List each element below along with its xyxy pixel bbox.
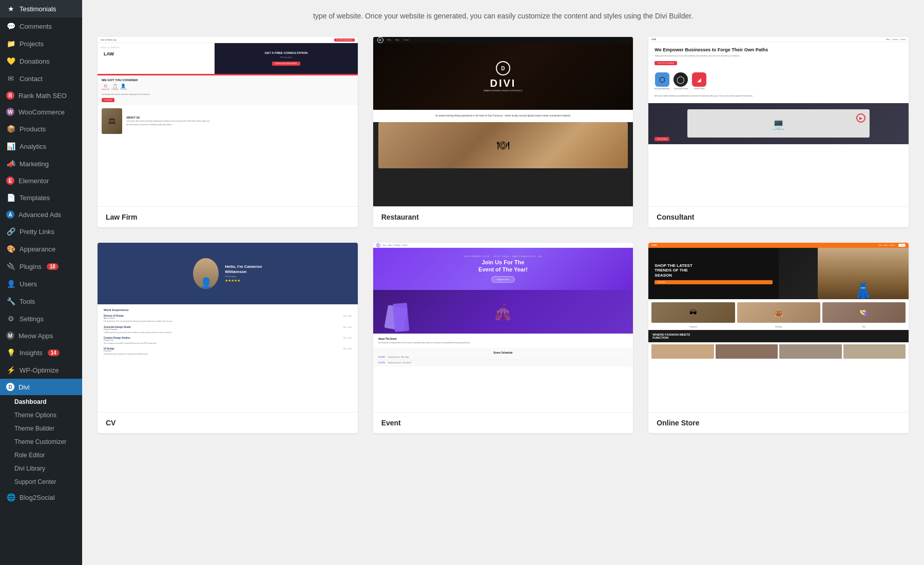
event-image: 🎪 [373, 290, 633, 334]
sidebar-item-settings[interactable]: ⚙ Settings [0, 310, 82, 327]
sidebar-item-plugins[interactable]: 🔌 Plugins 18 [0, 258, 82, 275]
sidebar-item-tools[interactable]: 🔧 Tools [0, 293, 82, 310]
template-label-consultant: Consultant [648, 206, 909, 227]
sidebar-item-blog2social[interactable]: 🌐 Blog2Social [0, 489, 82, 506]
restaurant-nav: D Menu About Contact [373, 37, 633, 43]
submenu-item-theme-builder[interactable]: Theme Builder [0, 422, 82, 435]
sidebar-item-marketing[interactable]: 📣 Marketing [0, 155, 82, 172]
sidebar-label: Settings [20, 315, 44, 323]
advanced-ads-icon: A [6, 210, 14, 219]
sidebar-item-contact[interactable]: ✉ Contact [0, 70, 82, 87]
blog2social-icon: 🌐 [6, 493, 15, 502]
template-card-cv[interactable]: 👤 Hello, I'm CameronWilliamson UX Design… [98, 243, 358, 433]
sidebar-item-elementor[interactable]: E Elementor [0, 172, 82, 189]
event-about: About The Event Join thousands of indust… [373, 334, 633, 348]
sidebar-item-appearance[interactable]: 🎨 Appearance [0, 240, 82, 258]
analytics-icon: 📊 [6, 142, 15, 151]
law-middle: WE GOT YOU COVERED ⚖ Family Law 📋 Corpor… [98, 75, 358, 105]
law-nav: Doe & Smith Law Get a Free Consultation [98, 37, 358, 43]
comments-icon: 💬 [6, 22, 15, 31]
template-card-consultant[interactable]: LOGO About Services Contact We Empower B… [648, 37, 909, 227]
submenu-item-role-editor[interactable]: Role Editor [0, 449, 82, 462]
sidebar-label: Templates [20, 194, 50, 202]
template-card-law-firm[interactable]: Doe & Smith Law Get a Free Consultation … [98, 37, 358, 227]
sidebar-item-products[interactable]: 📦 Products [0, 120, 82, 138]
sidebar-item-insights[interactable]: 💡 Insights 14 [0, 344, 82, 361]
sidebar-item-woocommerce[interactable]: W WooCommerce [0, 104, 82, 120]
sidebar-label: Tools [20, 298, 35, 305]
store-nav: STORE Shop About Contact Cart [648, 243, 909, 248]
divi-submenu: Dashboard Theme Options Theme Builder Th… [0, 395, 82, 489]
sidebar-item-divi[interactable]: D Divi [0, 379, 82, 395]
users-icon: 👤 [6, 279, 15, 288]
submenu-item-theme-options[interactable]: Theme Options [0, 408, 82, 422]
settings-icon: ⚙ [6, 314, 15, 323]
cv-exp-3: Creative Design Studios 2010 - 2014 Desi… [104, 337, 352, 344]
sidebar-item-analytics[interactable]: 📊 Analytics [0, 138, 82, 155]
template-label-law-firm: Law Firm [98, 206, 358, 227]
sidebar-label: Insights [20, 349, 43, 357]
wp-optimize-icon: ⚡ [6, 365, 15, 375]
sidebar-label: Contact [20, 75, 43, 83]
sidebar-item-meow-apps[interactable]: M Meow Apps [0, 327, 82, 344]
marketing-icon: 📣 [6, 159, 15, 168]
rank-math-icon: R [6, 91, 14, 100]
template-preview-restaurant: D Menu About Contact D DIVI AWARD-WINNIN… [373, 37, 633, 206]
sidebar-item-testimonials[interactable]: ★ Testimonials [0, 0, 82, 17]
sidebar-label: WP-Optimize [20, 366, 59, 374]
sidebar-label: Pretty Links [20, 228, 54, 236]
submenu-item-divi-library[interactable]: Divi Library [0, 462, 82, 475]
sidebar-label: Blog2Social [20, 494, 55, 501]
event-hero: SEPTEMBER 15TH - 18TH, 2024 • SAN FRANCI… [373, 248, 633, 289]
template-label-cv: CV [98, 412, 358, 433]
page-header: type of website. Once your website is ge… [98, 10, 909, 22]
submenu-item-theme-customizer[interactable]: Theme Customizer [0, 435, 82, 449]
sidebar-item-templates[interactable]: 📄 Templates [0, 189, 82, 206]
consultant-text-block: We have a habit of delivering transforma… [648, 92, 909, 101]
insights-icon: 💡 [6, 348, 15, 357]
cv-top: 👤 Hello, I'm CameronWilliamson UX Design… [98, 243, 358, 304]
sidebar-item-wp-optimize[interactable]: ⚡ WP-Optimize [0, 361, 82, 379]
submenu-item-dashboard[interactable]: Dashboard [0, 395, 82, 408]
elementor-icon: E [6, 177, 14, 185]
sidebar-item-donations[interactable]: 💛 Donations [0, 52, 82, 70]
event-nav: D Home About Schedule Contact [373, 243, 633, 248]
submenu-item-support-center[interactable]: Support Center [0, 475, 82, 489]
sidebar-label: Appearance [20, 245, 55, 253]
cv-exp-2: Associate Design Studio 2014 - 2018 Desi… [104, 326, 352, 334]
store-product-grid-2 [648, 342, 909, 361]
template-card-restaurant[interactable]: D Menu About Contact D DIVI AWARD-WINNIN… [373, 37, 633, 227]
sidebar-item-advanced-ads[interactable]: A Advanced Ads [0, 206, 82, 223]
sidebar-label: Comments [20, 23, 52, 30]
sidebar-item-comments[interactable]: 💬 Comments [0, 17, 82, 35]
sidebar-label: Analytics [20, 143, 46, 150]
consultant-laptop-image: 💻 ▶ See Our Work [648, 103, 909, 144]
woocommerce-icon: W [6, 108, 14, 116]
sidebar-label: Products [20, 125, 46, 133]
sidebar-item-projects[interactable]: 📁 Projects [0, 35, 82, 52]
templates-icon: 📄 [6, 193, 15, 202]
plugins-icon: 🔌 [6, 262, 15, 271]
sidebar-label: Donations [20, 57, 50, 65]
sidebar-item-users[interactable]: 👤 Users [0, 275, 82, 293]
plugins-badge: 18 [47, 263, 59, 270]
restaurant-food-image: 🍽 [378, 122, 628, 168]
sidebar-label: Users [20, 280, 37, 288]
projects-icon: 📁 [6, 39, 15, 48]
template-card-event[interactable]: D Home About Schedule Contact SEPTEMBER … [373, 243, 633, 433]
law-bottom: ⚖ ABOUT US Lorem ipsum dolor sit amet co… [98, 105, 358, 137]
template-preview-law-firm: Doe & Smith Law Get a Free Consultation … [98, 37, 358, 206]
consultant-icons: ⬡ Branding & Marketing ◯ Community & Soc… [648, 70, 909, 92]
testimonials-icon: ★ [6, 4, 15, 13]
store-hero: SHOP THE LATESTTRENDS OF THESEASON Shop … [648, 248, 909, 299]
donations-icon: 💛 [6, 56, 15, 66]
template-preview-online-store: STORE Shop About Contact Cart SHOP THE L… [648, 243, 909, 412]
sidebar-item-rank-math[interactable]: R Rank Math SEO [0, 87, 82, 104]
template-card-online-store[interactable]: STORE Shop About Contact Cart SHOP THE L… [648, 243, 909, 433]
sidebar-label: Testimonials [20, 5, 56, 13]
sidebar-item-pretty-links[interactable]: 🔗 Pretty Links [0, 223, 82, 240]
law-hero: DOE & SMITH LAW GET A FREE CONSULTATION … [98, 43, 358, 74]
tools-icon: 🔧 [6, 297, 15, 306]
store-product-labels: Sunglasses Handbags Hats [648, 326, 909, 328]
sidebar: ★ Testimonials 💬 Comments 📁 Projects 💛 D… [0, 0, 82, 565]
